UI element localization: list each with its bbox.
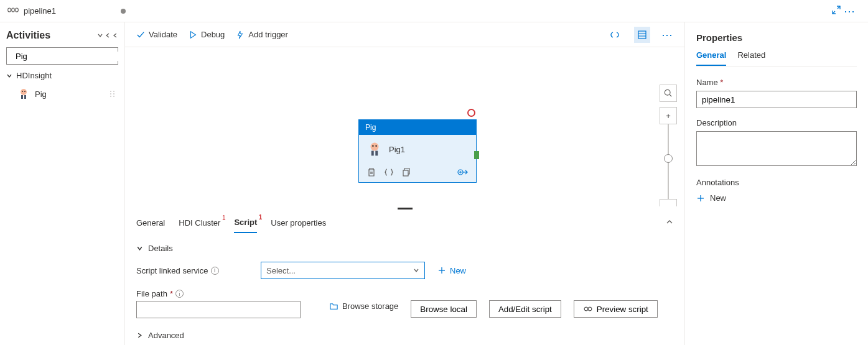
preview-script-button[interactable]: Preview script (574, 300, 658, 318)
svg-rect-16 (638, 31, 646, 39)
collapse-sidebar-button[interactable] (97, 32, 118, 39)
chevron-right-icon (136, 332, 143, 339)
properties-toggle-button[interactable] (634, 27, 650, 43)
tab-title: pipeline1 (24, 6, 56, 16)
props-tab-general[interactable]: General (696, 50, 726, 66)
browse-local-label: Browse local (420, 305, 467, 314)
svg-point-28 (665, 90, 670, 95)
canvas[interactable]: Pig Pig1 (125, 47, 684, 206)
chevron-down-icon (6, 73, 12, 79)
browse-storage-button[interactable]: Browse storage (329, 301, 398, 311)
annotations-label: Annotations (696, 178, 857, 187)
add-trigger-button[interactable]: Add trigger (236, 30, 288, 39)
debug-button[interactable]: Debug (189, 30, 225, 39)
category-label: HDInsight (16, 71, 52, 80)
advanced-label: Advanced (148, 331, 184, 340)
tab-user-properties[interactable]: User properties (271, 213, 326, 232)
activity-pig[interactable]: Pig (6, 84, 118, 104)
svg-point-20 (372, 145, 374, 147)
zoom-search-button[interactable] (660, 85, 677, 102)
more-icon[interactable]: ⋯ (844, 4, 856, 18)
svg-point-12 (110, 96, 111, 97)
new-label: New (450, 266, 466, 275)
svg-point-15 (113, 96, 114, 97)
script-linked-label: Script linked service (136, 266, 208, 275)
svg-rect-23 (375, 151, 378, 156)
description-label: Description (696, 118, 857, 127)
details-label: Details (148, 244, 173, 253)
node-pig1[interactable]: Pig Pig1 (358, 119, 477, 183)
svg-rect-24 (403, 170, 408, 176)
delete-icon[interactable] (366, 167, 376, 177)
preview-icon (583, 306, 593, 312)
folder-icon (329, 301, 338, 311)
svg-point-21 (375, 145, 377, 147)
breakpoint-indicator[interactable] (467, 109, 475, 117)
info-icon[interactable]: i (175, 290, 184, 298)
svg-point-13 (113, 91, 114, 92)
script-linked-select[interactable]: Select... (261, 262, 425, 279)
modified-indicator (121, 9, 126, 14)
tab-general[interactable]: General (136, 213, 165, 232)
svg-rect-9 (24, 95, 26, 99)
chevron-down-icon (136, 245, 143, 252)
activities-title: Activities (6, 30, 50, 41)
plus-icon (437, 266, 446, 275)
info-icon[interactable]: i (211, 267, 219, 275)
svg-point-32 (584, 307, 588, 311)
file-path-input[interactable] (136, 301, 301, 318)
svg-point-6 (22, 91, 23, 92)
expand-node-icon[interactable] (457, 168, 469, 177)
braces-icon[interactable] (384, 167, 394, 177)
copy-icon[interactable] (401, 167, 411, 177)
validate-label: Validate (149, 30, 177, 39)
pipeline-icon (7, 6, 19, 16)
search-input-container[interactable] (6, 47, 118, 65)
add-edit-label: Add/Edit script (498, 305, 552, 314)
tab-hdi-cluster[interactable]: HDI Cluster1 (179, 213, 220, 232)
search-input[interactable] (16, 52, 120, 61)
code-view-button[interactable] (607, 27, 623, 43)
svg-rect-22 (371, 151, 374, 156)
new-linked-service-button[interactable]: New (437, 266, 466, 275)
node-name: Pig1 (389, 145, 405, 154)
svg-point-11 (110, 93, 111, 94)
pig-icon (17, 88, 30, 100)
props-tab-related[interactable]: Related (737, 50, 765, 66)
plus-icon (696, 194, 705, 203)
new-annotation-button[interactable]: New (696, 191, 857, 203)
browse-local-button[interactable]: Browse local (411, 300, 477, 318)
svg-point-14 (113, 93, 114, 94)
svg-line-29 (670, 94, 671, 96)
svg-rect-8 (21, 95, 23, 99)
properties-title: Properties (696, 32, 857, 43)
collapse-details-icon[interactable] (666, 218, 673, 228)
validate-button[interactable]: Validate (136, 30, 177, 39)
category-hdinsight[interactable]: HDInsight (6, 65, 118, 84)
zoom-in-button[interactable]: + (660, 107, 677, 124)
toolbar-more-icon[interactable]: ⋯ (661, 28, 673, 42)
chevron-down-icon (413, 267, 419, 274)
name-input[interactable] (696, 91, 857, 108)
svg-point-5 (21, 89, 27, 95)
tab-script[interactable]: Script1 (234, 213, 257, 233)
expand-icon[interactable] (831, 5, 841, 17)
advanced-toggle[interactable]: Advanced (136, 328, 673, 340)
details-section-toggle[interactable]: Details (136, 240, 673, 262)
zoom-out-button[interactable]: − (660, 199, 677, 206)
svg-rect-1 (12, 8, 15, 12)
pig-icon (366, 141, 383, 157)
add-edit-script-button[interactable]: Add/Edit script (489, 300, 561, 318)
trigger-label: Add trigger (248, 30, 288, 39)
browse-storage-label: Browse storage (342, 301, 398, 311)
svg-point-19 (371, 143, 379, 151)
preview-label: Preview script (597, 305, 648, 314)
description-input[interactable] (696, 131, 857, 166)
activity-label: Pig (35, 90, 47, 99)
file-path-label: File path (136, 289, 167, 298)
svg-rect-0 (8, 8, 11, 12)
output-handle[interactable] (474, 151, 479, 159)
zoom-knob[interactable] (664, 154, 673, 163)
zoom-slider[interactable] (668, 124, 669, 199)
name-label: Name (696, 78, 718, 87)
